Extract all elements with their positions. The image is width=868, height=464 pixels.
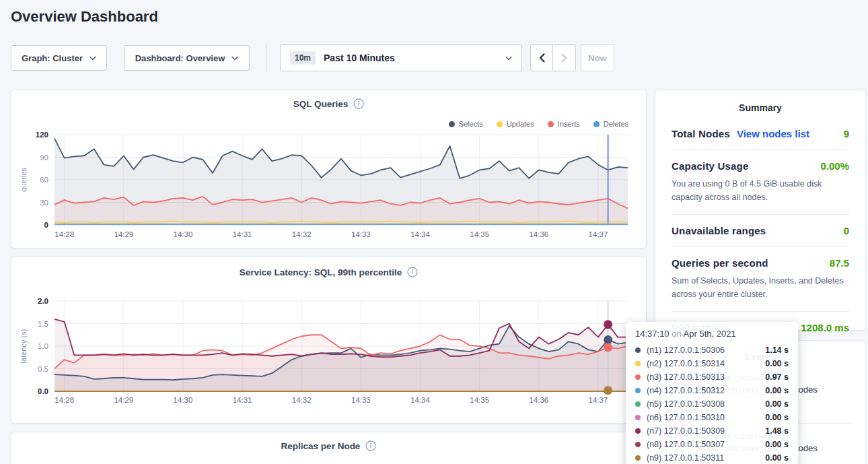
y-tick-label: 2.0 — [38, 297, 48, 305]
time-range-picker[interactable]: 10m Past 10 Minutes — [280, 44, 522, 71]
y-tick-label: 1.0 — [38, 342, 48, 350]
tooltip-title: 14:37:10 on Apr 5th, 2021 — [635, 329, 789, 339]
tooltip-time: 14:37:10 — [635, 329, 670, 339]
page-title: Overview Dashboard — [11, 8, 158, 26]
tooltip-node-label: (n8) 127.0.0.1:50307 — [647, 440, 725, 449]
time-nav-group — [530, 44, 576, 71]
tooltip-node-dot — [635, 442, 641, 447]
x-tick-label: 14:34 — [410, 396, 430, 404]
chart-title: Service Latency: SQL, 99th percentile — [240, 267, 402, 277]
x-tick-label: 14:33 — [351, 396, 371, 404]
x-tick-label: 14:32 — [292, 230, 312, 238]
time-prev-button[interactable] — [530, 44, 553, 71]
summary-row-description: You are using 0 B of 4.5 GiB usable disk… — [672, 177, 849, 204]
hover-dot — [604, 386, 612, 395]
x-tick-label: 14:32 — [292, 396, 312, 404]
summary-row: Unavailable ranges0 — [672, 225, 849, 236]
summary-row-description: Sum of Selects, Updates, Inserts, and De… — [672, 274, 849, 301]
x-tick-label: 14:29 — [114, 396, 133, 404]
overview-dashboard-screen: Overview Dashboard Graph: Cluster Dashbo… — [0, 0, 868, 464]
summary-title: Summary — [672, 102, 849, 113]
chart-title: Replicas per Node — [281, 441, 361, 451]
tooltip-on: on — [672, 329, 681, 339]
chevron-down-icon — [89, 56, 96, 61]
tooltip-node-dot — [635, 388, 641, 393]
sql-queries-chart[interactable]: 030609012014:2814:2914:3014:3114:3214:33… — [11, 121, 647, 249]
x-tick-label: 14:37 — [589, 230, 608, 238]
chart-title: SQL Queries — [293, 99, 349, 109]
chart-hover-tooltip: 14:37:10 on Apr 5th, 2021 (n1) 127.0.0.1… — [626, 322, 798, 464]
service-latency-chart[interactable]: 0.00.51.01.52.014:2814:2914:3014:3114:32… — [11, 291, 647, 411]
tooltip-node-dot — [635, 347, 641, 353]
tooltip-node-dot — [635, 374, 641, 380]
tooltip-row: (n6) 127.0.0.1:503100.00 s — [635, 411, 789, 424]
info-icon[interactable] — [407, 267, 418, 277]
summary-row-value: 0 — [844, 225, 849, 236]
summary-row-value: 1208.0 ms — [801, 322, 849, 333]
x-tick-label: 14:31 — [233, 230, 252, 238]
series-area — [55, 139, 628, 225]
tooltip-node-label: (n3) 127.0.0.1:50313 — [647, 372, 725, 382]
x-tick-label: 14:29 — [114, 230, 133, 238]
y-tick-label: 0.0 — [38, 387, 48, 395]
tooltip-node-label: (n9) 127.0.0.1:50311 — [647, 453, 724, 463]
x-tick-label: 14:37 — [589, 396, 608, 404]
summary-row: Queries per second87.5Sum of Selects, Up… — [672, 257, 849, 301]
chart-title-row: Service Latency: SQL, 99th percentile — [11, 267, 646, 277]
x-tick-label: 14:35 — [470, 230, 489, 238]
dashboard-dropdown-label: Dashboard: Overview — [135, 53, 225, 63]
chevron-right-icon — [561, 53, 567, 63]
info-icon[interactable] — [353, 98, 364, 109]
tooltip-node-dot — [635, 455, 641, 461]
dashboard-dropdown[interactable]: Dashboard: Overview — [124, 45, 250, 71]
tooltip-node-label: (n1) 127.0.0.1:50306 — [647, 345, 725, 355]
tooltip-node-label: (n7) 127.0.0.1:50309 — [647, 426, 725, 436]
replicas-per-node-card: Replicas per Node — [11, 432, 647, 464]
tooltip-node-dot — [635, 415, 641, 420]
chart-title-row: SQL Queries — [11, 98, 646, 109]
chevron-left-icon — [539, 53, 545, 63]
graph-dropdown[interactable]: Graph: Cluster — [11, 45, 107, 71]
chart-title-row: Replicas per Node — [11, 440, 646, 451]
tooltip-node-value: 0.00 s — [765, 440, 789, 449]
summary-row-value: 87.5 — [830, 257, 849, 269]
summary-rows: Total NodesView nodes list9Capacity Usag… — [672, 128, 849, 333]
summary-row-label: Capacity Usage — [672, 160, 749, 172]
hover-dot — [604, 320, 612, 329]
view-nodes-list-link[interactable]: View nodes list — [737, 128, 809, 139]
tooltip-node-value: 0.00 s — [765, 413, 789, 422]
y-tick-label: 60 — [40, 176, 48, 184]
summary-divider — [672, 311, 849, 312]
y-axis-label: latency (s) — [20, 329, 28, 364]
tooltip-node-label: (n2) 127.0.0.1:50314 — [647, 359, 725, 368]
tooltip-rows: (n1) 127.0.0.1:503061.14 s(n2) 127.0.0.1… — [635, 344, 789, 464]
tooltip-node-dot — [635, 361, 641, 366]
x-tick-label: 14:35 — [470, 396, 489, 404]
tooltip-node-label: (n4) 127.0.0.1:50312 — [647, 386, 725, 395]
summary-divider — [672, 214, 849, 215]
tooltip-date: Apr 5th, 2021 — [684, 329, 736, 339]
tooltip-row: (n5) 127.0.0.1:503080.00 s — [635, 398, 789, 410]
tooltip-row: (n3) 127.0.0.1:503130.97 s — [635, 371, 789, 383]
hover-dot — [604, 343, 612, 352]
tooltip-node-label: (n5) 127.0.0.1:50308 — [647, 399, 725, 409]
tooltip-node-dot — [635, 428, 641, 434]
y-tick-label: 90 — [40, 154, 48, 162]
summary-row-label: Total Nodes — [672, 128, 730, 139]
time-now-button[interactable]: Now — [581, 44, 614, 71]
summary-row-label: Unavailable ranges — [672, 225, 766, 236]
summary-row: Capacity Usage0.00%You are using 0 B of … — [672, 160, 849, 204]
tooltip-node-label: (n6) 127.0.0.1:50310 — [647, 413, 725, 422]
tooltip-node-value: 0.00 s — [765, 386, 789, 395]
info-icon[interactable] — [365, 440, 376, 451]
x-tick-label: 14:30 — [174, 230, 193, 238]
x-tick-label: 14:33 — [351, 230, 371, 238]
tooltip-row: (n4) 127.0.0.1:503120.00 s — [635, 385, 789, 397]
time-next-button[interactable] — [553, 44, 576, 71]
service-latency-card: Service Latency: SQL, 99th percentile 0.… — [11, 257, 647, 424]
tooltip-node-value: 0.00 s — [765, 399, 789, 409]
x-tick-label: 14:28 — [55, 230, 74, 238]
y-tick-label: 0.5 — [38, 365, 48, 373]
tooltip-node-value: 1.14 s — [765, 345, 789, 355]
x-tick-label: 14:30 — [174, 396, 193, 404]
